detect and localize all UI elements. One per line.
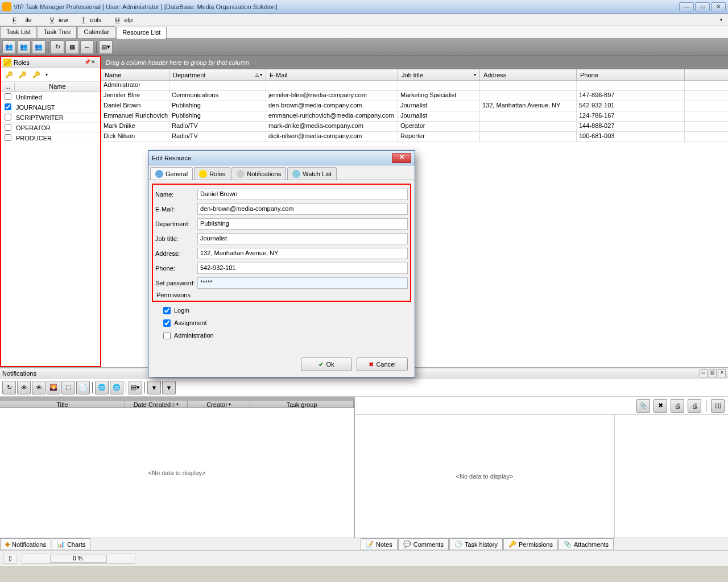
role-row[interactable]: OPERATOR — [1, 123, 100, 133]
input-name[interactable]: Daniel Brown — [197, 189, 408, 200]
add-role-button[interactable]: 🔑 — [3, 69, 15, 81]
resource-row[interactable]: Jennifer Blire Communications jennifer-b… — [101, 91, 728, 101]
dialog-close-button[interactable]: ✕ — [392, 153, 411, 163]
resource-row[interactable]: Dick Nilson Radio/TV dick-nilson@media-c… — [101, 132, 728, 142]
roles-col-check[interactable]: ... — [1, 82, 15, 92]
edit-role-button[interactable]: 🔑 — [17, 69, 28, 81]
notif-btn-2[interactable]: 👁 — [17, 381, 31, 394]
checkbox-login[interactable] — [163, 307, 171, 314]
notif-col-date[interactable]: Date Created △ ▾ — [125, 401, 188, 408]
resource-row[interactable]: Daniel Brown Publishing den-brown@media-… — [101, 101, 728, 111]
role-checkbox[interactable] — [5, 93, 11, 100]
menu-tools[interactable]: Tools — [73, 15, 106, 24]
filter-button[interactable]: ▼ — [147, 381, 161, 394]
delete-role-button[interactable]: 🔑 — [31, 69, 42, 81]
resource-row[interactable]: Mark Dnike Radio/TV mark-dnike@media-com… — [101, 122, 728, 132]
right-btn-1[interactable]: 📎 — [636, 399, 650, 413]
notif-btn-4[interactable]: 🌄 — [47, 381, 60, 394]
col-phone[interactable]: Phone — [577, 69, 685, 80]
menu-help[interactable]: Help — [106, 15, 138, 24]
filter-clear-button[interactable]: ▼ — [162, 381, 176, 394]
toolbar-btn-3[interactable]: 👥 — [32, 40, 46, 54]
close-panel-icon[interactable]: ✕ — [91, 59, 98, 66]
dropdown-icon[interactable]: ▾ — [46, 72, 48, 77]
roles-col-name[interactable]: Name — [15, 82, 100, 92]
checkbox-assignment[interactable] — [163, 319, 171, 327]
toolbar-btn-2[interactable]: 👥 — [17, 40, 31, 54]
tab-calendar[interactable]: Calendar — [77, 26, 115, 38]
btab-notifications[interactable]: ◆Notifications — [0, 538, 51, 550]
status-seg-1: ▯ — [3, 554, 17, 564]
col-job-title[interactable]: Job title▾ — [398, 69, 480, 80]
refresh-button[interactable]: ↻ — [51, 40, 64, 54]
btab-attachments[interactable]: 📎Attachments — [559, 538, 614, 550]
tab-task-list[interactable]: Task List — [0, 26, 37, 38]
tab-resource-list[interactable]: Resource List — [116, 27, 167, 39]
resource-row[interactable]: Administrator — [101, 81, 728, 91]
menu-file[interactable]: File — [3, 15, 41, 24]
notif-btn-9[interactable]: ▤▾ — [129, 381, 142, 394]
dlg-tab-roles[interactable]: Roles — [194, 167, 230, 180]
role-checkbox[interactable] — [5, 134, 11, 141]
input-email[interactable]: den-brown@media-company.com — [197, 203, 408, 215]
btab-comments[interactable]: 💬Comments — [398, 538, 449, 550]
btab-permissions[interactable]: 🔑Permissions — [503, 538, 558, 550]
input-department[interactable]: Publishing — [197, 218, 408, 230]
notif-col-group[interactable]: Task group — [250, 401, 354, 408]
input-address[interactable]: 132, Manhattan Avenue, NY — [197, 248, 408, 259]
checkbox-administration[interactable] — [163, 332, 171, 339]
notif-btn-8[interactable]: 🌐 — [110, 381, 123, 394]
panel-restore-icon[interactable]: ▭ — [700, 369, 708, 377]
input-job-title[interactable]: Journalist — [197, 233, 408, 244]
role-row[interactable]: Unlimited — [1, 92, 100, 102]
panel-pin-icon[interactable]: ▤ — [709, 369, 717, 377]
notif-col-creator[interactable]: Creator ▾ — [188, 401, 250, 408]
notif-col-title[interactable]: Title — [0, 401, 125, 408]
dlg-tab-general[interactable]: General — [150, 167, 193, 180]
toolbar-btn-5[interactable]: ▦ — [65, 40, 79, 54]
role-checkbox[interactable] — [5, 103, 11, 110]
role-checkbox[interactable] — [5, 114, 11, 120]
menu-overflow-icon[interactable]: ▾ — [718, 16, 725, 23]
role-row[interactable]: PRODUCER — [1, 133, 100, 143]
col-email[interactable]: E-Mail — [266, 69, 398, 80]
btab-history[interactable]: 🕑Task history — [449, 538, 503, 550]
right-btn-2[interactable]: ✖ — [653, 399, 667, 413]
menu-bar: File View Tools Help ▾ — [0, 14, 728, 26]
notif-btn-6[interactable]: 📄 — [76, 381, 90, 394]
role-checkbox[interactable] — [5, 124, 11, 131]
notif-btn-7[interactable]: 🌐 — [95, 381, 109, 394]
print-button[interactable]: 🖨 — [671, 399, 684, 413]
toolbar-btn-7[interactable]: ▤▾ — [99, 40, 113, 54]
minimize-button[interactable]: — — [679, 2, 694, 11]
input-phone[interactable]: 542-932-101 — [197, 263, 408, 274]
detail-sidebar — [614, 415, 728, 538]
ok-button[interactable]: ✔Ok — [301, 357, 352, 371]
layout-button[interactable]: ▯▯ — [711, 399, 725, 413]
cancel-button[interactable]: ✖Cancel — [357, 357, 408, 371]
pin-icon[interactable]: 📌 — [84, 59, 91, 66]
tab-task-tree[interactable]: Task Tree — [38, 26, 77, 38]
btab-charts[interactable]: 📊Charts — [52, 538, 90, 550]
group-by-bar[interactable]: Drag a column header here to group by th… — [101, 56, 728, 69]
menu-view[interactable]: View — [41, 15, 73, 24]
role-row[interactable]: SCRIPTWRITER — [1, 113, 100, 123]
fit-width-button[interactable]: ↔ — [80, 40, 94, 54]
maximize-button[interactable]: ▭ — [695, 2, 710, 11]
notif-btn-5[interactable]: ⬚ — [61, 381, 75, 394]
dlg-tab-watch[interactable]: Watch List — [287, 167, 337, 180]
col-name[interactable]: Name — [101, 69, 169, 80]
notif-btn-3[interactable]: 👁 — [32, 381, 46, 394]
close-button[interactable]: ✕ — [711, 2, 726, 11]
btab-notes[interactable]: 📝Notes — [361, 538, 398, 550]
print-preview-button[interactable]: 🖨 — [688, 399, 701, 413]
col-department[interactable]: Department△ ▾ — [169, 69, 266, 80]
panel-close-icon[interactable]: ✕ — [718, 369, 726, 377]
dlg-tab-notifications[interactable]: Notifications — [231, 167, 286, 180]
col-address[interactable]: Address — [480, 69, 577, 80]
toolbar-btn-1[interactable]: 👥 — [2, 40, 16, 54]
notif-refresh-button[interactable]: ↻ — [2, 381, 16, 394]
input-password[interactable]: ***** — [197, 277, 408, 289]
role-row[interactable]: JOURNALIST — [1, 102, 100, 113]
resource-row[interactable]: Emmanuel Rurichovich Publishing emmanuel… — [101, 111, 728, 122]
